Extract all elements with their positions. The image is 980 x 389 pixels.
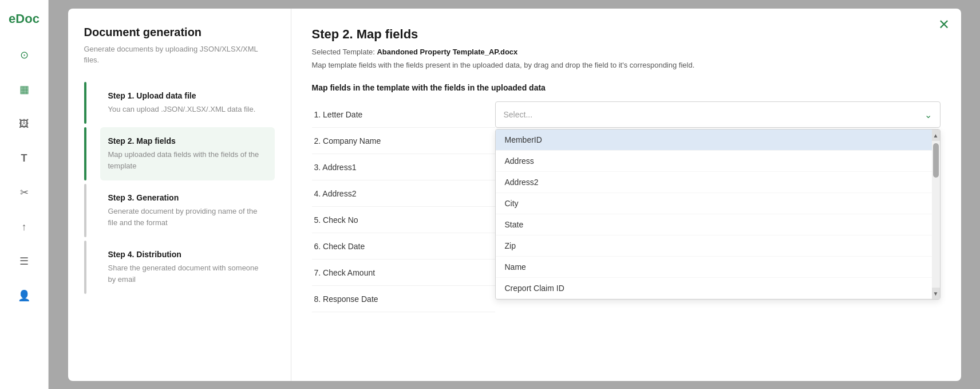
dropdown-items: MemberID Address Address2 City State Zip… bbox=[496, 129, 932, 299]
field-row-8: 8. Response Date bbox=[312, 286, 495, 312]
dropdown-item-address2[interactable]: Address2 bbox=[496, 172, 932, 193]
text-icon[interactable]: T bbox=[13, 147, 35, 170]
step-2-desc: Map uploaded data fields with the fields… bbox=[108, 149, 267, 171]
scrollbar-top-arrow[interactable]: ▲ bbox=[932, 129, 940, 141]
dashboard-icon[interactable]: ⊙ bbox=[13, 44, 35, 66]
dropdown-placeholder: Select... bbox=[504, 110, 533, 119]
scrollbar-bottom-arrow[interactable]: ▼ bbox=[932, 288, 940, 299]
dropdown-list: MemberID Address Address2 City State Zip… bbox=[495, 129, 941, 300]
step-1-title: Step 1. Upload data file bbox=[108, 91, 267, 100]
fields-container: 1. Letter Date 2. Company Name 3. Addres… bbox=[312, 101, 941, 312]
step-indicator-3 bbox=[84, 184, 86, 237]
step-indicator-1 bbox=[84, 82, 86, 124]
dropdown-item-memberid[interactable]: MemberID bbox=[496, 129, 932, 151]
selected-template-row: Selected Template: Abandoned Property Te… bbox=[312, 48, 941, 56]
list-icon[interactable]: ☰ bbox=[13, 250, 35, 273]
field-row-4: 4. Address2 bbox=[312, 180, 495, 207]
close-button[interactable]: ✕ bbox=[938, 18, 950, 32]
step-1-desc: You can upload .JSON/.XLSX/.XML data fil… bbox=[108, 104, 267, 115]
dropdown-item-state[interactable]: State bbox=[496, 214, 932, 235]
step-3-title: Step 3. Generation bbox=[108, 193, 267, 202]
dropdown-item-address[interactable]: Address bbox=[496, 151, 932, 172]
field-row-2: 2. Company Name bbox=[312, 128, 495, 154]
dropdown-item-creport-claim-id[interactable]: Creport Claim ID bbox=[496, 278, 932, 299]
step-3-desc: Generate document by providing name of t… bbox=[108, 206, 267, 228]
content-instruction: Map template fields with the fields pres… bbox=[312, 60, 941, 71]
step-item-2[interactable]: Step 2. Map fields Map uploaded data fie… bbox=[100, 127, 275, 180]
logo: eDoc bbox=[9, 6, 39, 32]
step-item-1[interactable]: Step 1. Upload data file You can upload … bbox=[100, 82, 275, 124]
user-icon[interactable]: 👤 bbox=[13, 284, 35, 307]
upload-icon[interactable]: ↑ bbox=[13, 215, 35, 238]
steps-panel: Document generation Generate documents b… bbox=[68, 9, 291, 381]
field-row-3: 3. Address1 bbox=[312, 154, 495, 180]
steps-wrapper: Step 1. Upload data file You can upload … bbox=[84, 82, 275, 294]
scrollbar-thumb[interactable] bbox=[933, 143, 939, 178]
dropdown-item-name[interactable]: Name bbox=[496, 257, 932, 278]
sidebar: eDoc ⊙ ▦ 🖼 T ✂ ↑ ☰ 👤 bbox=[0, 0, 49, 389]
dropdown-trigger[interactable]: Select... ⌄ bbox=[495, 101, 941, 128]
dropdown-container: Select... ⌄ MemberID Address Address2 Ci… bbox=[495, 101, 941, 312]
steps-panel-subtitle: Generate documents by uploading JSON/XLS… bbox=[84, 44, 275, 66]
step-item-3[interactable]: Step 3. Generation Generate document by … bbox=[100, 184, 275, 237]
chevron-down-icon: ⌄ bbox=[924, 109, 932, 120]
content-panel: Step 2. Map fields Selected Template: Ab… bbox=[291, 9, 961, 381]
image-icon[interactable]: 🖼 bbox=[13, 112, 35, 135]
field-row-5: 5. Check No bbox=[312, 207, 495, 233]
step-indicator-2 bbox=[84, 127, 86, 180]
dropdown-item-city[interactable]: City bbox=[496, 193, 932, 214]
template-icon[interactable]: ▦ bbox=[13, 78, 35, 101]
map-fields-heading: Map fields in the template with the fiel… bbox=[312, 83, 941, 92]
step-4-title: Step 4. Distribution bbox=[108, 250, 267, 259]
step-4-desc: Share the generated document with someon… bbox=[108, 262, 267, 285]
step-item-4[interactable]: Step 4. Distribution Share the generated… bbox=[100, 241, 275, 294]
field-row-1: 1. Letter Date bbox=[312, 101, 495, 128]
modal-overlay: ✕ Document generation Generate documents… bbox=[49, 0, 980, 389]
selected-template-value: Abandoned Property Template_AP.docx bbox=[377, 48, 517, 56]
dropdown-scrollbar[interactable]: ▲ ▼ bbox=[932, 129, 940, 299]
step-indicator-4 bbox=[84, 241, 86, 294]
selected-template-label: Selected Template: bbox=[312, 48, 375, 56]
content-title: Step 2. Map fields bbox=[312, 27, 941, 42]
template-fields-list: 1. Letter Date 2. Company Name 3. Addres… bbox=[312, 101, 495, 312]
steps-panel-title: Document generation bbox=[84, 26, 275, 39]
field-row-7: 7. Check Amount bbox=[312, 260, 495, 286]
step-2-title: Step 2. Map fields bbox=[108, 136, 267, 146]
modal: ✕ Document generation Generate documents… bbox=[68, 9, 961, 381]
dropdown-item-zip[interactable]: Zip bbox=[496, 235, 932, 257]
scissors-icon[interactable]: ✂ bbox=[13, 181, 35, 204]
dropdown-scrollbar-wrap: MemberID Address Address2 City State Zip… bbox=[496, 129, 940, 299]
field-row-6: 6. Check Date bbox=[312, 233, 495, 260]
